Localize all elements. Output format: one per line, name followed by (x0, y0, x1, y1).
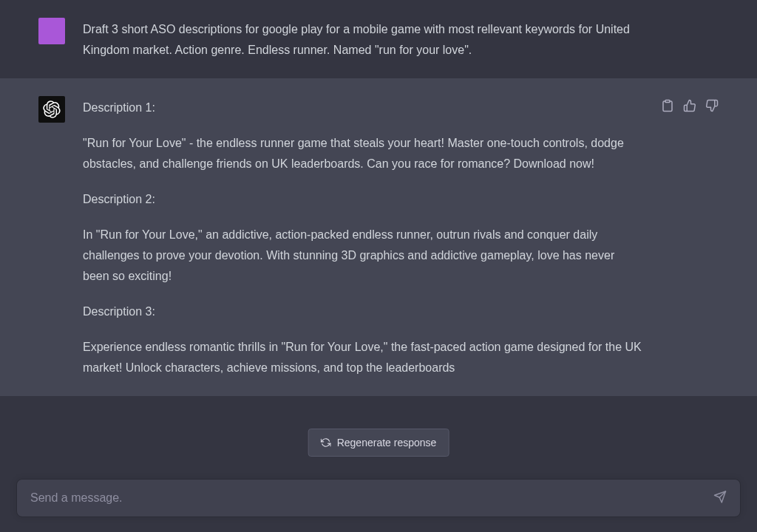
message-actions (661, 96, 719, 378)
thumbs-up-icon (683, 99, 696, 112)
assistant-paragraph: Experience endless romantic thrills in "… (83, 337, 643, 378)
assistant-message-inner: Description 1: "Run for Your Love" - the… (24, 96, 733, 378)
assistant-paragraph: Description 1: (83, 98, 643, 118)
regenerate-button[interactable]: Regenerate response (308, 429, 449, 457)
refresh-icon (321, 437, 331, 448)
input-area (0, 464, 757, 532)
message-input[interactable] (17, 480, 740, 516)
copy-button[interactable] (661, 99, 674, 112)
svg-rect-0 (665, 100, 670, 103)
user-message-text: Draft 3 short ASO descriptions for googl… (83, 23, 630, 56)
user-actions-spacer (654, 18, 719, 61)
send-button[interactable] (710, 488, 730, 509)
user-avatar (38, 18, 65, 44)
clipboard-icon (661, 99, 674, 112)
assistant-paragraph: "Run for Your Love" - the endless runner… (83, 133, 643, 174)
send-icon (713, 491, 727, 504)
user-message-content: Draft 3 short ASO descriptions for googl… (83, 18, 636, 61)
user-message-inner: Draft 3 short ASO descriptions for googl… (24, 18, 733, 61)
thumbs-down-icon (705, 99, 719, 112)
assistant-avatar (38, 96, 65, 123)
regenerate-label: Regenerate response (337, 437, 437, 449)
thumbs-down-button[interactable] (705, 99, 719, 112)
openai-logo-icon (43, 100, 61, 118)
assistant-message-row: Description 1: "Run for Your Love" - the… (0, 78, 757, 396)
assistant-paragraph: In "Run for Your Love," an addictive, ac… (83, 225, 643, 287)
assistant-message-content: Description 1: "Run for Your Love" - the… (83, 96, 643, 378)
input-wrapper (16, 479, 741, 517)
assistant-paragraph: Description 2: (83, 189, 643, 210)
thumbs-up-button[interactable] (683, 99, 696, 112)
assistant-paragraph: Description 3: (83, 301, 643, 322)
user-message-row: Draft 3 short ASO descriptions for googl… (0, 0, 757, 78)
